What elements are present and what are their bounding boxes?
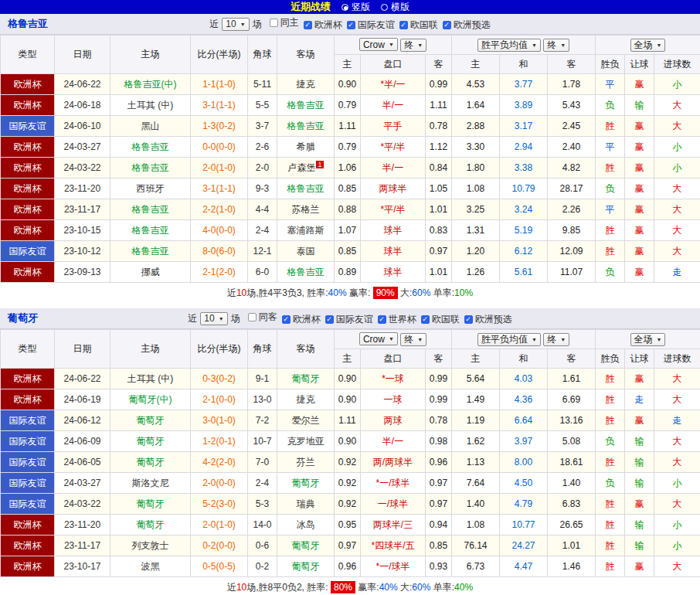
handicap-odds-home: 0.90: [335, 431, 361, 452]
competition-type: 国际友谊: [1, 452, 55, 473]
competition-type: 国际友谊: [1, 473, 55, 494]
filter-checkbox-欧洲预选[interactable]: 欧洲预选: [464, 313, 512, 326]
goals-result: 大: [654, 241, 700, 262]
filter-checkbox-欧国联[interactable]: 欧国联: [421, 313, 460, 326]
avg-odds-home: 2.88: [452, 116, 500, 137]
handicap-line: 半/一: [361, 158, 426, 178]
match-date: 24-06-09: [55, 431, 110, 452]
avg-final-select[interactable]: 终▼: [543, 333, 569, 346]
result: 平: [596, 199, 625, 220]
away-team: 泰国: [277, 241, 335, 262]
filter-checkbox-欧洲杯[interactable]: 欧洲杯: [282, 313, 321, 326]
away-team: 苏格兰: [277, 199, 335, 220]
col-header-handicap-result: 让球: [625, 349, 654, 369]
team-name[interactable]: 格鲁吉亚: [8, 17, 48, 31]
odds-provider-select[interactable]: Crow▼: [359, 38, 398, 51]
summary-segment: 大:: [398, 287, 413, 298]
handicap-result: 输: [625, 95, 654, 116]
handicap-line: 半/一: [361, 95, 426, 116]
competition-type: 国际友谊: [1, 410, 55, 431]
handicap-odds-away: 1.01: [426, 262, 452, 283]
filter-checkbox-同客[interactable]: 同客: [248, 311, 277, 324]
recent-label-suffix: 场: [253, 18, 262, 31]
handicap-line: *一/球半: [361, 473, 426, 494]
home-team: 格鲁吉亚(中): [110, 74, 191, 95]
radio-icon: [342, 4, 348, 11]
away-team: 格鲁吉亚: [277, 262, 335, 283]
result: 负: [596, 473, 625, 494]
chevron-down-icon: ▼: [657, 42, 662, 48]
match-date: 23-11-20: [55, 515, 110, 536]
match-date: 24-06-12: [55, 410, 110, 431]
view-option-vertical[interactable]: 竖版: [342, 1, 370, 14]
match-date: 23-11-17: [55, 536, 110, 556]
avg-odds-away: 6.69: [548, 389, 596, 410]
avg-odds-away: 12.09: [548, 241, 596, 262]
odds-final-select[interactable]: 终▼: [400, 39, 426, 52]
handicap-result: 赢: [625, 137, 654, 158]
goals-result: 大: [654, 389, 700, 410]
goals-result: 大: [654, 494, 700, 515]
handicap-odds-away: 1.01: [426, 199, 452, 220]
filter-checkbox-同主[interactable]: 同主: [270, 16, 299, 29]
filter-checkbox-国际友谊[interactable]: 国际友谊: [347, 19, 395, 32]
handicap-odds-away: 1.05: [426, 178, 452, 199]
filter-checkbox-欧国联[interactable]: 欧国联: [399, 19, 438, 32]
match-date: 24-06-05: [55, 452, 110, 473]
match-row: 欧洲杯23-10-17波黑0-5(0-5)0-2葡萄牙0.96*一/球半0.93…: [1, 556, 700, 577]
match-row: 国际友谊24-06-09葡萄牙1-2(0-1)10-7克罗地亚0.90半/一0.…: [1, 431, 700, 452]
avg-odds-draw: 10.79: [500, 178, 548, 199]
avg-odds-group: 胜平负均值▼ 终▼: [452, 330, 596, 349]
summary-segment: 10: [236, 582, 246, 593]
corners: 12-1: [248, 241, 277, 262]
recent-count-select[interactable]: 10▼: [222, 18, 249, 31]
match-row: 欧洲杯24-03-22格鲁吉亚2-0(1-0)2-0卢森堡11.06半/一0.8…: [1, 158, 700, 178]
score: 0-3(0-2): [191, 369, 248, 389]
avg-odds-away: 5.08: [548, 431, 596, 452]
corners: 2-4: [248, 220, 277, 241]
match-row: 国际友谊24-06-05葡萄牙4-2(2-0)7-0芬兰0.92两/两球半0.9…: [1, 452, 700, 473]
avg-odds-home: 4.53: [452, 74, 500, 95]
team-name[interactable]: 葡萄牙: [8, 311, 38, 325]
summary-segment: 10: [236, 287, 246, 298]
handicap-odds-home: 0.79: [335, 95, 361, 116]
match-date: 24-06-22: [55, 74, 110, 95]
col-header-handicap-result: 让球: [625, 55, 654, 74]
filter-checkbox-国际友谊[interactable]: 国际友谊: [325, 313, 373, 326]
handicap-result: 赢: [625, 241, 654, 262]
goals-result: 大: [654, 199, 700, 220]
view-option-horizontal[interactable]: 横版: [381, 1, 409, 14]
avg-odds-select[interactable]: 胜平负均值▼: [477, 333, 541, 346]
recent-count-select[interactable]: 10▼: [200, 312, 227, 325]
avg-odds-draw: 5.61: [500, 262, 548, 283]
handicap-result: 输: [625, 515, 654, 536]
odds-final-select[interactable]: 终▼: [400, 333, 426, 346]
avg-final-select[interactable]: 终▼: [543, 39, 569, 52]
handicap-result: 赢: [625, 556, 654, 577]
col-header-hcap-home: 主: [335, 349, 361, 369]
topbar: 近期战绩 竖版 横版: [0, 0, 700, 14]
scope-select[interactable]: 全场▼: [630, 333, 666, 346]
handicap-result: 赢: [625, 494, 654, 515]
avg-odds-away: 11.07: [548, 262, 596, 283]
handicap-odds-home: 0.85: [335, 178, 361, 199]
avg-odds-home: 1.13: [452, 452, 500, 473]
match-date: 24-03-27: [55, 473, 110, 494]
scope-select[interactable]: 全场▼: [630, 39, 666, 52]
result: 胜: [596, 536, 625, 556]
home-team: 格鲁吉亚: [110, 137, 191, 158]
checkbox-icon: [347, 21, 355, 29]
match-date: 24-03-27: [55, 137, 110, 158]
odds-provider-select[interactable]: Crow▼: [359, 332, 398, 345]
filter-label: 欧国联: [432, 313, 460, 326]
away-team: 格鲁吉亚: [277, 95, 335, 116]
goals-result: 大: [654, 556, 700, 577]
filter-checkbox-欧洲杯[interactable]: 欧洲杯: [304, 19, 342, 32]
filter-checkbox-欧洲预选[interactable]: 欧洲预选: [443, 19, 491, 32]
result: 胜: [596, 515, 625, 536]
checkbox-icon: [325, 315, 334, 324]
avg-odds-select[interactable]: 胜平负均值▼: [477, 39, 541, 52]
chevron-down-icon: ▼: [532, 42, 537, 48]
corners: 3-7: [248, 116, 277, 137]
filter-checkbox-世界杯[interactable]: 世界杯: [378, 313, 416, 326]
